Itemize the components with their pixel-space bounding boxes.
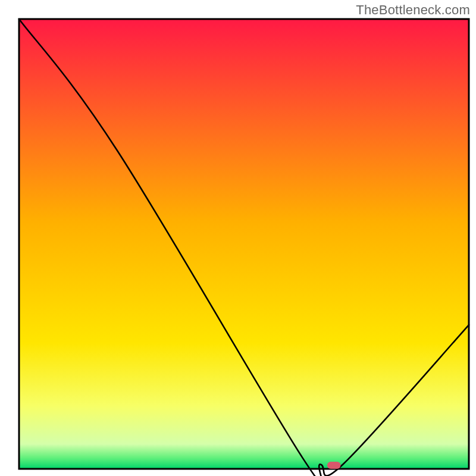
watermark-text: TheBottleneck.com <box>356 2 470 18</box>
optimum-marker <box>327 462 341 469</box>
bottleneck-chart <box>0 0 476 476</box>
